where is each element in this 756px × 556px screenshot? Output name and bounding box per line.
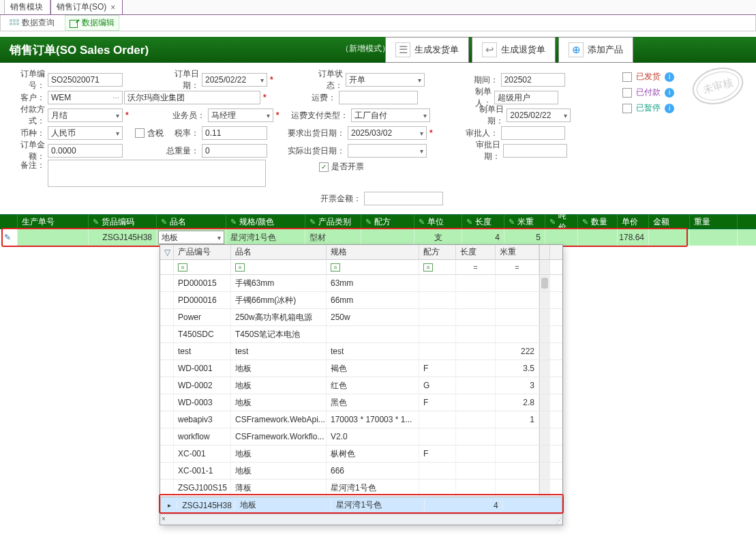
create-date-select[interactable]: 2025/02/22▾ [506,108,571,122]
weight-input[interactable] [202,144,267,158]
col-code[interactable]: ✎货品编码 [89,215,157,229]
col-length[interactable]: ✎长度 [462,215,504,229]
req-ship-select[interactable]: 2025/03/02▾ [348,126,427,140]
freight-input[interactable] [339,91,418,104]
cell-code[interactable]: ZSGJ145H38 [89,229,157,246]
approver-input[interactable] [501,126,565,140]
dd-col-code[interactable]: 产品编号 [174,245,231,259]
lookup-row[interactable]: WD-0001地板褐色F3.5 [160,360,562,377]
grid-icon [10,19,19,27]
remark-input[interactable] [48,160,266,187]
approve-date-input[interactable] [503,144,567,158]
cell-category[interactable]: 型材 [305,229,361,246]
actual-ship-select[interactable]: ▾ [348,144,427,158]
filter-text-icon[interactable]: a [423,263,433,272]
rate-input[interactable] [202,126,267,140]
filter-text-icon[interactable]: a [178,263,187,272]
info-icon[interactable]: i [665,104,674,113]
col-spec[interactable]: ✎规格/颜色 [226,215,305,229]
tab-module[interactable]: 销售模块 [4,0,50,14]
sales-select[interactable]: 马经理▾ [208,108,273,122]
lbl-invoice-amt: 开票金额： [312,193,364,205]
chk-paused[interactable]: 已暂停i [622,102,674,114]
cell-length[interactable]: 4 [462,229,504,246]
amount-input[interactable] [48,144,123,158]
col-recipe[interactable]: ✎配方 [361,215,414,229]
dd-col-mw[interactable]: 米重 [496,245,539,259]
filter-text-icon[interactable]: a [331,263,340,272]
order-date-select[interactable]: 2025/02/22▾ [202,73,267,87]
tab-so[interactable]: 销售订单(SO)× [50,0,123,14]
col-ton-price[interactable]: ✎吨价 [545,215,578,229]
lookup-row[interactable]: XC-001地板枞树色F [160,445,562,463]
col-weight[interactable]: 重量 [690,215,738,229]
grid-row[interactable]: ✎ ZSGJ145H38 地板▾ 星河湾1号色 型材 支 4 5 178.64 [0,229,756,246]
lookup-row[interactable]: XC-001-1地板666 [160,463,562,480]
pay-select[interactable]: 月结▾ [48,108,123,122]
chk-paid[interactable]: 已付款i [622,87,674,98]
cell-spec[interactable]: 星河湾1号色 [226,229,305,246]
col-prod-order[interactable]: 生产单号 [18,215,89,229]
lookup-row[interactable]: T450SDCT450S笔记本电池 [160,326,562,343]
filter-icon[interactable]: ▽ [160,245,174,259]
lbl-approve-date: 审批日期： [461,139,503,162]
cell-price[interactable]: 178.64 [618,229,649,246]
lbl-approver: 审批人： [459,128,501,139]
lbl-tax-incl: 含税 [147,128,164,139]
lookup-row[interactable]: testtesttest222 [160,343,562,360]
return-icon: ↩ [482,42,497,57]
col-unit[interactable]: ✎单位 [414,215,462,229]
filter-text-icon[interactable]: a [235,263,245,272]
lookup-row[interactable]: Power250w高功率机箱电源250w [160,309,562,326]
lookup-row[interactable]: ZSGJ100S15薄板星河湾1号色 [160,480,562,497]
col-mweight[interactable]: ✎米重 [504,215,545,229]
tax-checkbox[interactable] [135,128,145,138]
gen-return-button[interactable]: ↩生成退货单 [472,37,556,63]
freight-pay-select[interactable]: 工厂自付▾ [351,108,430,122]
gen-delivery-button[interactable]: ☰生成发货单 [385,37,469,63]
creator-input[interactable] [494,91,558,104]
module-tabs: 销售模块 销售订单(SO)× [0,0,756,15]
lbl-sales: 业务员： [167,110,208,121]
dd-col-recipe[interactable]: 配方 [419,245,456,259]
pencil-icon: ✎ [4,233,11,242]
lookup-row[interactable]: PD000016手镯66mm(冰种)66mm [160,292,562,309]
currency-select[interactable]: 人民币▾ [48,126,123,140]
cell-mweight[interactable]: 5 [504,229,545,246]
invoice-amt-input[interactable] [364,192,443,205]
lookup-row[interactable]: WD-0002地板红色G3 [160,377,562,394]
invoice-checkbox[interactable]: ✓ [319,162,329,172]
subtab-query[interactable]: 数据查询 [5,15,59,31]
dd-col-spec[interactable]: 规格 [327,245,419,259]
col-name[interactable]: ✎品名 [157,215,226,229]
resize-grip-icon[interactable]: ⋰ [556,516,561,524]
order-no-input[interactable] [48,73,123,87]
name-editor[interactable]: 地板▾ [158,231,224,244]
lbl-create-date: 制单日期： [464,104,506,127]
customer-select[interactable]: WEM⋯ [48,91,123,104]
close-icon[interactable]: × [162,515,166,523]
period-input[interactable] [501,73,565,87]
add-product-button[interactable]: ⊕添加产品 [558,37,633,63]
col-qty[interactable]: ✎数量 [578,215,618,229]
info-icon[interactable]: i [665,72,674,82]
lookup-row[interactable]: workflowCSFramework.Workflo...V2.0 [160,428,562,445]
dd-col-len[interactable]: 长度 [456,245,496,259]
chk-shipped[interactable]: 已发货i [622,71,674,83]
lookup-row[interactable]: WD-0003地板黑色F2.8 [160,394,562,411]
dd-col-name[interactable]: 品名 [231,245,327,259]
cell-unit[interactable]: 支 [414,229,462,246]
info-icon[interactable]: i [665,88,674,98]
lookup-row[interactable]: PD000015手镯63mm63mm [160,275,562,292]
sub-tabs: 数据查询 数据编辑 [0,15,756,31]
close-icon[interactable]: × [110,3,115,12]
subtab-edit[interactable]: 数据编辑 [65,15,119,31]
col-price[interactable]: 单价 [618,215,649,229]
lookup-row[interactable]: ZSGJ145H38地板星河湾1号色4 [160,497,562,514]
col-amount[interactable]: 金额 [649,215,690,229]
lookup-row[interactable]: webapiv3CSFramework.WebApi...170003 * 17… [160,411,562,428]
customer-name-input[interactable] [124,91,260,104]
col-category[interactable]: ✎产品类别 [305,215,361,229]
status-select[interactable]: 开单▾ [346,73,425,87]
page-title-ribbon: 销售订单(SO Sales Order) [0,37,285,63]
